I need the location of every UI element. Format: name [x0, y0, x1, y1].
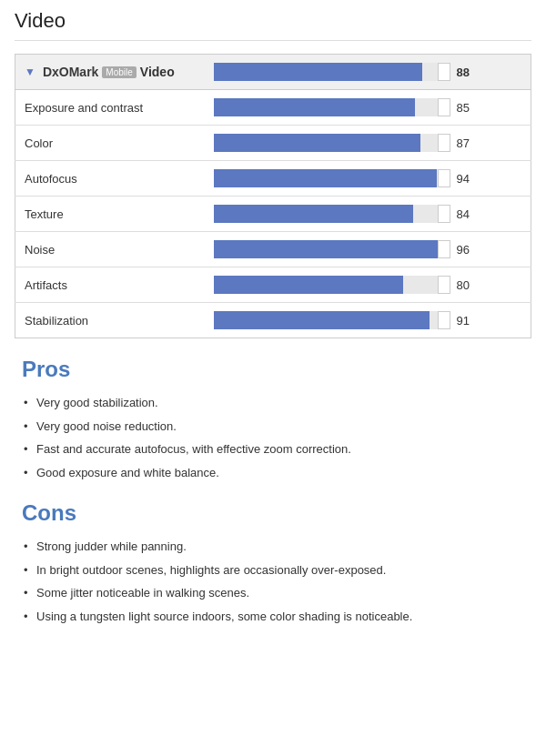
row-score: 80	[456, 278, 478, 292]
brand-name: DxOMark	[43, 65, 98, 79]
bar-track	[214, 205, 450, 223]
row-label: Autofocus	[15, 161, 206, 197]
bar-track	[214, 98, 450, 116]
row-label: Artifacts	[15, 267, 206, 303]
table-row: Artifacts 80	[15, 267, 531, 303]
page-title: Video	[15, 9, 531, 41]
bar-fill	[214, 276, 403, 294]
table-row: Exposure and contrast 85	[15, 90, 531, 126]
row-bar-cell: 80	[205, 267, 531, 303]
bar-container: 87	[214, 134, 521, 152]
bar-thumb	[438, 169, 450, 187]
score-table-header: ▼ DxOMark Mobile Video 88	[15, 55, 531, 90]
pros-section: Pros Very good stabilization.Very good n…	[15, 357, 531, 484]
list-item: Very good noise reduction.	[22, 415, 531, 438]
row-score: 84	[456, 207, 478, 221]
header-bar-thumb	[438, 63, 450, 81]
list-item: Some jitter noticeable in walking scenes…	[22, 581, 531, 605]
bar-fill	[214, 169, 436, 187]
header-label-cell: ▼ DxOMark Mobile Video	[15, 55, 206, 90]
row-label: Texture	[15, 197, 206, 232]
bar-thumb	[438, 311, 450, 329]
table-row: Texture 84	[15, 197, 531, 232]
bar-container: 85	[214, 98, 521, 116]
header-bar-fill	[214, 63, 422, 81]
table-row: Color 87	[15, 126, 531, 161]
score-table: ▼ DxOMark Mobile Video 88 Exposure and c…	[15, 54, 531, 338]
table-row: Stabilization 91	[15, 303, 531, 338]
bar-fill	[214, 240, 441, 258]
video-label: Video	[140, 65, 175, 79]
bar-thumb	[438, 240, 450, 258]
bar-track	[214, 276, 450, 294]
row-bar-cell: 84	[205, 197, 531, 232]
list-item: Very good stabilization.	[22, 391, 531, 415]
header-bar-cell: 88	[205, 55, 531, 90]
mobile-badge: Mobile	[102, 66, 136, 78]
bar-container: 94	[214, 169, 521, 187]
list-item: In bright outdoor scenes, highlights are…	[22, 559, 531, 582]
bar-fill	[214, 134, 420, 152]
row-score: 87	[456, 136, 478, 150]
row-bar-cell: 94	[205, 161, 531, 197]
row-bar-cell: 85	[205, 90, 531, 126]
list-item: Good exposure and white balance.	[22, 461, 531, 485]
bar-thumb	[438, 98, 450, 116]
bar-thumb	[438, 134, 450, 152]
row-label: Exposure and contrast	[15, 90, 206, 126]
bar-fill	[214, 205, 412, 223]
bar-fill	[214, 311, 430, 329]
cons-title: Cons	[22, 500, 531, 526]
arrow-icon: ▼	[25, 66, 35, 78]
bar-container: 84	[214, 205, 521, 223]
row-score: 96	[456, 243, 478, 257]
bar-container: 96	[214, 240, 521, 258]
row-label: Stabilization	[15, 303, 206, 338]
cons-section: Cons Strong judder while panning.In brig…	[15, 500, 531, 628]
bar-thumb	[438, 205, 450, 223]
row-score: 85	[456, 101, 478, 115]
row-label: Noise	[15, 232, 206, 267]
pros-list: Very good stabilization.Very good noise …	[15, 391, 531, 484]
row-bar-cell: 96	[205, 232, 531, 267]
bar-track	[214, 134, 450, 152]
bar-track	[214, 240, 450, 258]
header-score: 88	[456, 66, 478, 79]
row-score: 91	[456, 314, 478, 328]
bar-container: 91	[214, 311, 521, 329]
header-bar-track	[214, 63, 450, 81]
row-bar-cell: 87	[205, 126, 531, 161]
bar-track	[214, 311, 450, 329]
row-score: 94	[456, 172, 478, 186]
pros-title: Pros	[22, 357, 531, 382]
table-row: Autofocus 94	[15, 161, 531, 197]
bar-track	[214, 169, 450, 187]
list-item: Strong judder while panning.	[22, 535, 531, 559]
list-item: Using a tungsten light source indoors, s…	[22, 605, 531, 629]
table-row: Noise 96	[15, 232, 531, 267]
bar-thumb	[438, 276, 450, 294]
bar-container: 80	[214, 276, 521, 294]
bar-fill	[214, 98, 415, 116]
list-item: Fast and accurate autofocus, with effect…	[22, 438, 531, 461]
cons-list: Strong judder while panning.In bright ou…	[15, 535, 531, 628]
header-bar-container: 88	[214, 63, 521, 81]
row-bar-cell: 91	[205, 303, 531, 338]
row-label: Color	[15, 126, 206, 161]
